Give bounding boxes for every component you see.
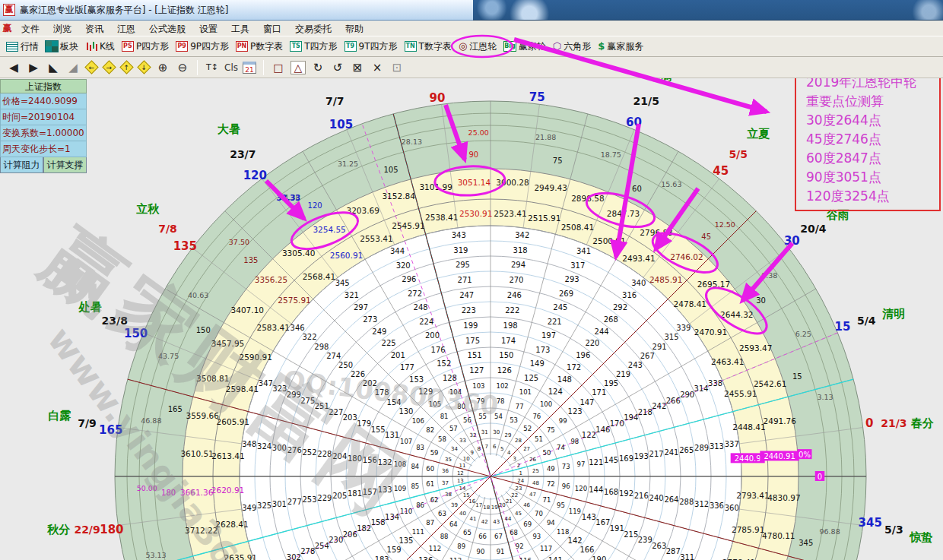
svg-text:241: 241 [664, 448, 678, 457]
svg-text:2785.91: 2785.91 [732, 525, 764, 534]
rotate-ccw-icon[interactable]: ↺ [330, 61, 345, 74]
svg-text:76: 76 [532, 413, 541, 420]
screen-icon[interactable]: ⊡ [389, 61, 405, 74]
cls-button[interactable]: Cls [224, 62, 238, 73]
svg-text:221: 221 [548, 318, 562, 326]
draw-square-icon[interactable]: □ [271, 62, 286, 74]
svg-text:70: 70 [535, 510, 543, 517]
svg-text:35: 35 [445, 457, 452, 463]
svg-text:78: 78 [497, 397, 505, 405]
svg-text:0: 0 [865, 416, 873, 430]
menu-item-6[interactable]: 工具 [224, 22, 256, 36]
toolbar-button-9T四方形[interactable]: T99T四方形 [341, 39, 401, 55]
calc-resistance-button[interactable]: 计算阻力 [0, 157, 43, 173]
t-updown-icon[interactable]: T↕ [205, 62, 220, 72]
move-down-icon[interactable]: ↓ [137, 60, 151, 74]
svg-text:101: 101 [519, 388, 532, 396]
svg-text:150: 150 [124, 327, 148, 340]
app-logo-icon: 赢 [3, 4, 15, 16]
svg-text:324: 324 [257, 442, 271, 451]
menu-item-9[interactable]: 帮助 [338, 22, 370, 36]
svg-text:343: 343 [452, 231, 466, 239]
svg-text:72: 72 [547, 480, 555, 488]
menu-item-8[interactable]: 交易委托 [288, 22, 338, 36]
svg-text:179: 179 [357, 419, 371, 428]
svg-text:124: 124 [548, 388, 563, 396]
svg-text:清明: 清明 [881, 307, 905, 321]
toolbar-button-T四方形[interactable]: TST四方形 [287, 39, 340, 55]
svg-text:340: 340 [631, 279, 646, 287]
menu-item-3[interactable]: 江恩 [110, 22, 142, 36]
svg-text:7/9: 7/9 [78, 417, 97, 429]
toolbar-button-P数字表[interactable]: PNP数字表 [233, 39, 286, 55]
svg-text:228: 228 [317, 450, 332, 458]
menu-item-7[interactable]: 窗口 [256, 22, 288, 36]
menu-item-5[interactable]: 设置 [192, 22, 224, 36]
svg-text:93: 93 [532, 533, 541, 540]
svg-text:144: 144 [589, 486, 603, 494]
draw-triangle-icon[interactable]: △ [291, 61, 306, 74]
toolbar-button-赢家轮[interactable]: Big赢家轮 [500, 39, 549, 55]
toolbar-button-赢家服务[interactable]: $赢家服务 [595, 39, 646, 55]
svg-text:169: 169 [619, 454, 633, 463]
svg-text:惊蛰: 惊蛰 [909, 530, 932, 544]
svg-text:立夏: 立夏 [746, 127, 770, 141]
svg-text:102: 102 [497, 382, 509, 390]
toolbar-button-K线[interactable]: K线 [82, 39, 118, 55]
hexagon-icon: ⬡ [553, 41, 561, 52]
menu-item-4[interactable]: 公式选股 [142, 22, 192, 36]
toolbar-button-行情[interactable]: 行情 [3, 39, 42, 55]
svg-text:65: 65 [463, 529, 472, 536]
toolbar-button-9P四方形[interactable]: P99P四方形 [173, 39, 232, 55]
page-next-icon[interactable]: ▶ [26, 61, 41, 74]
svg-text:45: 45 [515, 511, 522, 517]
panel-row-1: 时间=20190104 [0, 109, 87, 125]
skew-up-icon[interactable]: ◣ [46, 61, 61, 74]
svg-text:2590.91: 2590.91 [239, 353, 271, 362]
svg-text:120: 120 [243, 169, 267, 182]
svg-text:89: 89 [457, 543, 465, 550]
calendar-icon[interactable]: 21 [243, 62, 256, 74]
svg-text:2620.91: 2620.91 [211, 486, 244, 495]
calc-support-button[interactable]: 计算支撑 [43, 157, 87, 173]
svg-text:267: 267 [640, 352, 655, 360]
box-x-icon[interactable]: ⊠ [350, 61, 365, 74]
svg-text:142: 142 [568, 536, 583, 545]
toolbar-button-label: T四方形 [304, 40, 337, 53]
toolbar-button-江恩轮[interactable]: ◎江恩轮 [456, 39, 500, 55]
skew-down-icon[interactable]: ◢ [65, 61, 81, 74]
svg-text:318: 318 [513, 246, 528, 255]
toolbar-button-板块[interactable]: 板块 [43, 39, 81, 55]
svg-text:192: 192 [619, 489, 633, 498]
move-left-icon[interactable]: ← [84, 60, 98, 74]
toolbar-button-六角形[interactable]: ⬡六角形 [550, 39, 594, 55]
svg-text:173: 173 [535, 346, 550, 354]
move-up-icon[interactable]: ↑ [119, 60, 133, 74]
svg-text:125: 125 [524, 374, 538, 382]
zoom-in-icon[interactable]: ⊕ [155, 61, 170, 74]
svg-text:50.00: 50.00 [137, 484, 157, 492]
move-right-icon[interactable]: → [102, 60, 116, 74]
svg-text:301: 301 [272, 500, 287, 508]
svg-text:5/4: 5/4 [857, 315, 876, 327]
toolbar-button-T数字表[interactable]: TNT数字表 [402, 39, 455, 55]
svg-text:177: 177 [400, 363, 414, 372]
page-prev-icon[interactable]: ◀ [6, 61, 21, 74]
svg-text:3661.36: 3661.36 [180, 488, 214, 497]
menu-item-0[interactable]: 文件 [14, 22, 46, 36]
rotate-cw-icon[interactable]: ↻ [310, 61, 325, 74]
blocks-icon [46, 41, 58, 52]
svg-text:27: 27 [523, 446, 530, 452]
svg-text:165: 165 [99, 423, 122, 437]
toolbar-button-P四方形[interactable]: PSP四方形 [119, 39, 172, 55]
svg-text:122: 122 [582, 431, 596, 439]
svg-text:295: 295 [456, 261, 470, 269]
svg-text:226: 226 [351, 370, 365, 378]
zoom-out-icon[interactable]: ⊖ [175, 61, 190, 74]
svg-text:2613.41: 2613.41 [211, 451, 244, 460]
collapse-icon[interactable]: × [370, 61, 385, 74]
menu-item-2[interactable]: 资讯 [78, 22, 110, 36]
menu-item-1[interactable]: 浏览 [46, 22, 78, 36]
svg-text:289: 289 [694, 444, 709, 452]
svg-text:252: 252 [303, 448, 317, 457]
